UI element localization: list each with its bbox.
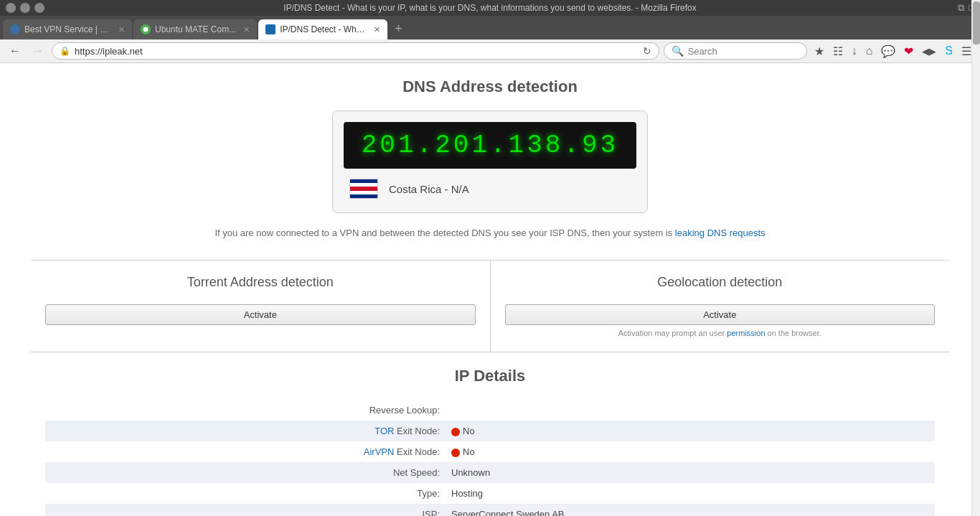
download-icon[interactable]: ↓ (849, 43, 860, 59)
nav-icons: ★ ☷ ↓ ⌂ 💬 ❤ ◀▶ S ☰ (811, 43, 974, 60)
dns-country-label: Costa Rica - N/A (389, 183, 469, 195)
reverse-lookup-label: Reverse Lookup: (45, 400, 446, 421)
torrent-activate-button[interactable]: Activate (45, 304, 476, 325)
two-col-section: Torrent Address detection Activate Geolo… (31, 260, 949, 352)
dns-ip-address: 201.201.138.93 (358, 131, 622, 160)
leak-warning-text: If you are now connected to a VPN and be… (215, 227, 672, 238)
isp-value: ServerConnect Sweden AB (446, 504, 935, 516)
reverse-lookup-value (446, 400, 935, 421)
restore-icon: ⧉ (958, 2, 964, 14)
ip-details-section: IP Details Reverse Lookup: TOR Exit Node… (31, 352, 949, 516)
tab-ubuntu[interactable]: Ubuntu MATE Com... ✕ (133, 19, 257, 39)
tor-link[interactable]: TOR (374, 426, 394, 436)
tab-bestvpn[interactable]: Best VPN Service | N... ✕ (3, 19, 132, 39)
svg-point-0 (143, 27, 149, 32)
search-icon: 🔍 (672, 45, 684, 57)
nav-bar: ← → 🔒 https://ipleak.net ↻ 🔍 ★ ☷ ↓ ⌂ 💬 ❤… (0, 39, 980, 63)
scrollbar-track[interactable] (971, 0, 980, 516)
tab-label-ipleak: IP/DNS Detect - Wha... (280, 24, 367, 34)
table-row: Reverse Lookup: (45, 400, 935, 421)
table-row: TOR Exit Node: No (45, 421, 935, 441)
tor-red-dot (451, 428, 460, 436)
dns-section-title: DNS Address detection (31, 78, 949, 96)
tab-icon-ubuntu (141, 24, 151, 34)
window-maximize-btn[interactable] (34, 3, 44, 13)
window-close-btn[interactable] (6, 3, 16, 13)
tab-close-bestvpn[interactable]: ✕ (118, 25, 125, 34)
page-content: DNS Address detection 201.201.138.93 Cos… (17, 63, 963, 516)
home-icon[interactable]: ⌂ (863, 43, 876, 59)
pocket-icon[interactable]: ❤ (901, 43, 916, 60)
skype-icon[interactable]: S (942, 43, 956, 59)
tor-exit-label: TOR Exit Node: (45, 421, 446, 441)
leak-dns-link[interactable]: leaking DNS requests (675, 227, 765, 238)
tab-icon-ipleak (265, 24, 275, 34)
account-icon[interactable]: ◀▶ (919, 44, 939, 58)
geolocation-col: Geolocation detection Activate Activatio… (491, 261, 950, 352)
table-row: Net Speed: Unknown (45, 462, 935, 483)
costa-rica-flag (349, 179, 378, 199)
permission-link[interactable]: permission (727, 329, 765, 337)
tab-ipleak[interactable]: IP/DNS Detect - Wha... ✕ (258, 19, 387, 39)
table-row: ISP: ServerConnect Sweden AB (45, 504, 935, 516)
leak-warning: If you are now connected to a VPN and be… (31, 227, 949, 238)
airvpn-exit-label: AirVPN Exit Node: (45, 441, 446, 462)
window-minimize-btn[interactable] (20, 3, 30, 13)
window-title: IP/DNS Detect - What is your IP, what is… (283, 3, 696, 13)
back-button[interactable]: ← (6, 43, 24, 59)
dns-location-row: Costa Rica - N/A (344, 176, 636, 202)
torrent-section-title: Torrent Address detection (45, 275, 476, 290)
flag-stripe-5 (350, 194, 377, 198)
browser-chrome: IP/DNS Detect - What is your IP, what is… (0, 0, 980, 63)
tabs-bar: Best VPN Service | N... ✕ Ubuntu MATE Co… (0, 16, 980, 39)
airvpn-link[interactable]: AirVPN (364, 446, 395, 457)
torrent-col: Torrent Address detection Activate (31, 261, 491, 352)
table-row: AirVPN Exit Node: No (45, 441, 935, 462)
activation-note: Activation may prompt an user permission… (505, 329, 936, 337)
search-input[interactable] (688, 46, 788, 57)
title-bar: IP/DNS Detect - What is your IP, what is… (0, 0, 980, 16)
net-speed-value: Unknown (446, 462, 935, 483)
tor-exit-value: No (446, 421, 935, 441)
airvpn-exit-value: No (446, 441, 935, 462)
reader-view-icon[interactable]: ☷ (830, 43, 846, 60)
window-controls (6, 3, 44, 13)
tab-close-ubuntu[interactable]: ✕ (243, 25, 250, 34)
chat-icon[interactable]: 💬 (878, 43, 898, 60)
tab-icon-bestvpn (10, 24, 20, 34)
refresh-icon[interactable]: ↻ (643, 45, 651, 57)
bookmark-star-icon[interactable]: ★ (811, 43, 827, 60)
net-speed-label: Net Speed: (45, 462, 446, 483)
url-text: https://ipleak.net (75, 46, 639, 57)
dns-led-screen: 201.201.138.93 (344, 122, 636, 169)
tab-label-bestvpn: Best VPN Service | N... (24, 24, 111, 34)
search-bar[interactable]: 🔍 (664, 42, 807, 60)
ip-details-title: IP Details (45, 367, 935, 385)
airvpn-red-dot (451, 449, 460, 457)
table-row: Type: Hosting (45, 483, 935, 504)
lock-icon: 🔒 (60, 46, 70, 56)
tab-label-ubuntu: Ubuntu MATE Com... (155, 24, 236, 34)
forward-button[interactable]: → (29, 43, 47, 59)
geolocation-section-title: Geolocation detection (505, 275, 936, 290)
geolocation-activate-button[interactable]: Activate (505, 304, 936, 325)
tab-close-ipleak[interactable]: ✕ (374, 25, 380, 34)
ip-details-table: Reverse Lookup: TOR Exit Node: No AirVPN… (45, 400, 935, 516)
dns-display-card: 201.201.138.93 Costa Rica - N/A (332, 111, 648, 213)
type-value: Hosting (446, 483, 935, 504)
type-label: Type: (45, 483, 446, 504)
address-bar[interactable]: 🔒 https://ipleak.net ↻ (52, 42, 659, 60)
new-tab-button[interactable]: + (389, 19, 408, 39)
isp-label: ISP: (45, 504, 446, 516)
scrollbar-thumb[interactable] (973, 1, 980, 44)
